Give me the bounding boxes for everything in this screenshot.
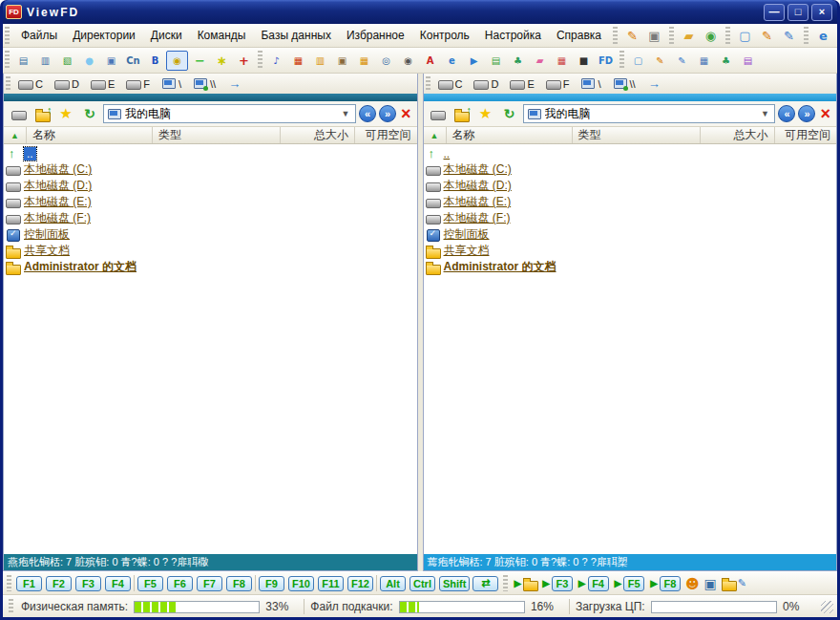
toolbar-grip[interactable]	[503, 575, 508, 591]
toolbar-grip[interactable]	[804, 27, 808, 44]
path-dropdown-button[interactable]: ▼	[758, 105, 771, 122]
menu-disks[interactable]: Диски	[143, 26, 190, 45]
menu-directories[interactable]: Директории	[65, 26, 143, 45]
charset-icon[interactable]: Cn	[122, 51, 144, 71]
folder-web-icon[interactable]: ◉	[700, 26, 722, 46]
music-icon[interactable]: ♪	[265, 51, 287, 71]
drive-c-button[interactable]: C	[432, 75, 469, 93]
toolbar-grip[interactable]	[725, 27, 730, 44]
shift-button[interactable]: Shift	[439, 576, 470, 591]
history-forward-button[interactable]: »	[798, 105, 815, 122]
item-up[interactable]: ..	[4, 145, 417, 161]
drive-c-button[interactable]: C	[12, 75, 49, 93]
f3-button[interactable]: F3	[75, 576, 101, 591]
history-back-button[interactable]: «	[359, 105, 376, 122]
media-player-icon[interactable]: ▶	[463, 51, 485, 71]
pencils-cup-icon[interactable]: ✎	[621, 26, 643, 46]
explorer-go-button[interactable]	[221, 75, 250, 93]
column-header[interactable]: 总大小	[701, 127, 775, 143]
item-drive-c[interactable]: 本地磁盘 (C:)	[424, 161, 837, 178]
console-window-icon[interactable]: ▣	[100, 51, 122, 71]
item-drive-f[interactable]: 本地磁盘 (F:)	[424, 210, 837, 226]
notepad2-icon[interactable]: ✎	[671, 51, 693, 71]
ctrl-button[interactable]: Ctrl	[410, 576, 435, 591]
toolbar-grip[interactable]	[6, 76, 10, 91]
maximize-button[interactable]: □	[788, 4, 808, 21]
toolbar-grip[interactable]	[620, 51, 624, 70]
toolbar-grip[interactable]	[258, 51, 262, 70]
f4-button[interactable]: F4	[105, 576, 131, 591]
calculator-icon[interactable]: ▦	[551, 51, 573, 71]
favorites-button[interactable]: ★	[475, 104, 496, 124]
up-directory-button[interactable]: ↑	[32, 104, 52, 124]
users-button[interactable]: ☻	[684, 576, 701, 591]
eraser-icon[interactable]: ▰	[529, 51, 551, 71]
alt-button[interactable]: Alt	[380, 576, 406, 591]
item-control-panel[interactable]: 控制面板	[4, 226, 417, 243]
fd-monitor-icon[interactable]: FD	[595, 51, 617, 71]
column-header[interactable]: 总大小	[281, 127, 355, 143]
red-plus-icon[interactable]: +	[233, 51, 255, 71]
network-button[interactable]: \\	[187, 75, 221, 93]
close-button[interactable]: ×	[811, 4, 832, 21]
image-view-icon[interactable]: ▧	[56, 51, 78, 71]
f8-button[interactable]: F8	[226, 576, 252, 591]
path-dropdown-button[interactable]: ▼	[339, 105, 352, 122]
lightbulb-icon[interactable]: ●	[78, 51, 100, 71]
edit-f4-button[interactable]: ▶ F4	[578, 576, 610, 591]
film-frames-icon[interactable]: ▦	[353, 51, 375, 71]
refresh-button[interactable]: ↻	[499, 104, 520, 124]
calculator2-icon[interactable]: ▦	[693, 51, 715, 71]
drive-root-button[interactable]	[428, 104, 449, 124]
item-shared-docs[interactable]: 共享文档	[4, 243, 417, 259]
yellow-asterisk-icon[interactable]: ∗	[211, 51, 233, 71]
item-control-panel[interactable]: 控制面板	[424, 226, 837, 243]
column-header[interactable]: 可用空间	[775, 127, 837, 143]
item-up[interactable]: ..	[424, 145, 837, 161]
minimize-button[interactable]: —	[764, 4, 785, 21]
close-panel-button[interactable]: ×	[818, 105, 832, 122]
item-drive-e[interactable]: 本地磁盘 (E:)	[424, 194, 837, 210]
f9-button[interactable]: F9	[259, 576, 284, 591]
menu-databases[interactable]: Базы данных	[253, 26, 338, 45]
toolbar-grip[interactable]	[9, 599, 13, 614]
copy-f5-button[interactable]: ▶ F5	[614, 576, 646, 591]
computer-root-button[interactable]: \	[575, 75, 606, 93]
menu-files[interactable]: Файлы	[13, 26, 65, 45]
drive-f-button[interactable]: F	[540, 75, 576, 93]
left-path-combo[interactable]: 我的电脑 ▼	[103, 104, 356, 123]
sort-direction-icon[interactable]: ▲	[424, 127, 447, 143]
ie-icon[interactable]: e	[812, 26, 834, 46]
f7-button[interactable]: F7	[197, 576, 222, 591]
sort-direction-icon[interactable]: ▲	[4, 127, 27, 143]
color-palette-icon[interactable]: ◉	[166, 51, 188, 71]
explorer-go-button[interactable]	[641, 75, 670, 93]
details-view-icon[interactable]: ▤	[12, 51, 34, 71]
toolbar-grip[interactable]	[7, 575, 11, 591]
item-shared-docs[interactable]: 共享文档	[424, 243, 837, 259]
pencils-icon[interactable]: ✎	[756, 26, 778, 46]
toolbar-grip[interactable]	[669, 27, 674, 44]
camera-icon[interactable]: ◉	[397, 51, 419, 71]
green-minus-icon[interactable]: −	[189, 51, 211, 71]
drive-d-button[interactable]: D	[49, 75, 85, 93]
network-button[interactable]: \\	[607, 75, 641, 93]
notepad-icon[interactable]: ✎	[778, 26, 800, 46]
f6-button[interactable]: F6	[167, 576, 193, 591]
window-list-button[interactable]: ▣	[704, 576, 718, 591]
f5-button[interactable]: F5	[137, 576, 163, 591]
filmstrip-icon[interactable]: ▥	[309, 51, 331, 71]
column-header[interactable]: 类型	[573, 127, 701, 143]
folder-open-icon[interactable]: ▰	[678, 26, 700, 46]
menu-help[interactable]: Справка	[549, 26, 609, 45]
books-icon[interactable]: ▤	[737, 51, 759, 71]
notes-icon[interactable]: ▢	[734, 26, 756, 46]
item-drive-d[interactable]: 本地磁盘 (D:)	[424, 178, 837, 194]
column-header[interactable]: 可用空间	[355, 127, 417, 143]
f2-button[interactable]: F2	[46, 576, 72, 591]
f1-button[interactable]: F1	[16, 576, 42, 591]
computer-root-button[interactable]: \	[156, 75, 187, 93]
monitor-icon[interactable]: ■	[573, 51, 595, 71]
ie-browser-icon[interactable]: e	[441, 51, 463, 71]
package-icon[interactable]: ▣	[643, 26, 665, 46]
